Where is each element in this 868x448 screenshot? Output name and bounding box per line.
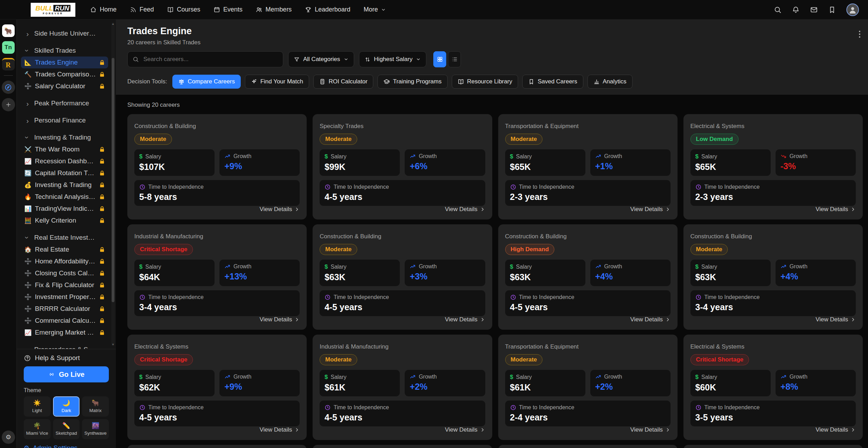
rail-add-button[interactable] [2,98,15,111]
mail-icon[interactable] [810,6,818,14]
theme-tile-1[interactable]: 🌙 Dark [53,396,80,417]
sidebar-row-7[interactable]: Investing & Trading [21,132,108,143]
search-box[interactable] [127,51,283,67]
nav-item-courses[interactable]: Courses [167,6,200,13]
grid-view-button[interactable] [433,51,446,67]
career-card-0[interactable]: Construction Manager Construction & Buil… [127,114,307,219]
sidebar-row-6[interactable]: Personal Finance [21,114,108,126]
search-icon[interactable] [774,6,781,14]
sidebar-row-12[interactable]: 🔥 Technical Analysis (TA) [21,191,108,203]
career-card-5[interactable]: Pipefitter Construction & Building Moder… [313,224,492,330]
view-details-link[interactable]: View Details [445,206,485,213]
sidebar-row-13[interactable]: 📊 TradingView Indicators [21,203,108,215]
career-card-6[interactable]: Plumber Construction & Building High Dem… [498,224,678,330]
bell-icon[interactable] [792,6,800,14]
career-card-4[interactable]: Industrial Maintenance Technician Indust… [127,224,307,330]
rail-bullrun-app-icon[interactable]: 🐂 [2,24,15,37]
view-details-link[interactable]: View Details [445,426,485,433]
find-your-match-button[interactable]: Find Your Match [245,75,309,89]
career-card-1[interactable]: Elevator Installer and Repairer Specialt… [313,114,492,219]
sidebar-row-16[interactable]: 🏠 Real Estate [21,244,108,255]
sidebar-row-1[interactable]: Skilled Trades [21,45,108,57]
analytics-button[interactable]: Analytics [588,75,633,89]
nav-item-more[interactable]: More [364,6,386,13]
theme-tile-5[interactable]: 🌆 Synthwave [82,419,109,439]
rail-settings-button[interactable]: ⚙ [2,431,15,444]
theme-tile-0[interactable]: ☀️ Light [24,396,51,417]
bullrun-logo[interactable]: BULL RUN FOREVER [31,3,75,17]
sidebar-row-18[interactable]: ➗ Closing Costs Calculator [21,267,108,279]
view-details-link[interactable]: View Details [445,316,485,323]
sidebar-row-24[interactable]: Preparedness & S… [21,344,108,349]
nav-item-members[interactable]: Members [256,6,292,13]
nav-item-events[interactable]: Events [214,6,242,13]
career-card-8[interactable]: Electrician Electrical & Systems Critica… [127,335,307,440]
career-card-2[interactable]: Crane Operator Transportation & Equipmen… [498,114,678,219]
career-card-stub[interactable] [127,445,307,448]
page-menu-button[interactable] [859,31,860,38]
view-details-link[interactable]: View Details [816,426,856,433]
view-details-link[interactable]: View Details [630,426,671,433]
view-details-link[interactable]: View Details [260,316,300,323]
sidebar-row-22[interactable]: ➗ Commercial Calculator [21,315,108,327]
theme-tile-4[interactable]: ✏️ Sketchpad [53,419,80,439]
sidebar-row-17[interactable]: ➗ Home Affordability Calc… [21,255,108,267]
nav-item-feed[interactable]: Feed [130,6,154,13]
view-details-link[interactable]: View Details [630,206,671,213]
sidebar-row-11[interactable]: 💰 Investing & Trading [21,179,108,191]
sidebar-row-4[interactable]: ➗ Salary Calculator [21,80,108,92]
search-input[interactable] [143,55,278,63]
resource-library-button[interactable]: Resource Library [452,75,518,89]
sidebar-row-5[interactable]: Peak Performance [21,97,108,109]
sidebar-row-0[interactable]: Side Hustle Univer… [21,28,108,39]
roi-calculator-button[interactable]: ROI Calculator [313,75,373,89]
sidebar-row-19[interactable]: ➗ Fix & Flip Calculator [21,279,108,291]
sidebar-row-20[interactable]: ➗ Investment Property An… [21,291,108,303]
nav-item-leaderboard[interactable]: Leaderboard [305,6,350,13]
career-card-11[interactable]: HVAC Technician Electrical & Systems Cri… [683,335,863,440]
go-live-button[interactable]: Go Live [24,366,109,382]
nav-item-home[interactable]: Home [90,6,117,13]
rail-r-app-icon[interactable]: R [2,58,15,70]
rail-tn-app-icon[interactable]: Tn [2,41,15,54]
sidebar-row-9[interactable]: 📈 Recession Dashboard V2 [21,155,108,167]
bookmark-icon[interactable] [828,6,836,14]
list-view-button[interactable] [448,51,461,67]
training-programs-button[interactable]: Training Programs [377,75,447,89]
career-card-7[interactable]: Ironworker Construction & Building Moder… [683,224,863,330]
sidebar-row-15[interactable]: Real Estate Invest… [21,232,108,244]
view-details-link[interactable]: View Details [260,206,300,213]
category-filter-dropdown[interactable]: All Categories [288,51,354,67]
time-label: Time to Independence [148,404,204,411]
sidebar-row-21[interactable]: ➗ BRRRR Calculator [21,303,108,315]
sidebar-scrollbar[interactable]: ▲ ▼ [111,22,115,346]
scrollbar-up-arrow[interactable]: ▲ [111,22,115,25]
help-support-link[interactable]: Help & Support [24,354,109,362]
career-card-stub[interactable] [313,445,492,448]
scrollbar-down-arrow[interactable]: ▼ [111,343,115,346]
career-card-10[interactable]: Diesel Mechanic Transportation & Equipme… [498,335,678,440]
rail-explore-button[interactable] [2,81,15,94]
theme-tile-3[interactable]: 🌴 Miami Vice [24,419,51,439]
sidebar-row-3[interactable]: 🔨 Trades Comparison Tool [21,68,108,80]
avatar[interactable] [846,3,859,16]
sidebar-row-8[interactable]: ⚔️ The War Room [21,143,108,155]
sidebar-row-2[interactable]: 📐 Trades Engine [21,57,108,68]
career-card-3[interactable]: Telecommunications Line Installer Electr… [683,114,863,219]
theme-tile-2[interactable]: 🐂 Matrix [82,396,109,417]
career-card-stub[interactable] [498,445,678,448]
admin-settings-link[interactable]: ⚙ Admin Settings [24,444,109,448]
career-card-9[interactable]: Sheet Metal Worker Industrial & Manufact… [313,335,492,440]
view-details-link[interactable]: View Details [816,316,856,323]
scrollbar-thumb[interactable] [112,58,114,302]
sidebar-row-14[interactable]: 🧮 Kelly Criterion [21,215,108,226]
view-details-link[interactable]: View Details [816,206,856,213]
career-card-stub[interactable] [683,445,863,448]
saved-careers-button[interactable]: Saved Careers [522,75,583,89]
sort-dropdown[interactable]: Highest Salary [359,51,427,67]
view-details-link[interactable]: View Details [260,426,300,433]
compare-careers-button[interactable]: Compare Careers [172,75,241,89]
sidebar-row-10[interactable]: 🔄 Capital Rotation Tracker [21,167,108,179]
view-details-link[interactable]: View Details [630,316,671,323]
sidebar-row-23[interactable]: 📈 Emerging Market Oppor… [21,327,108,338]
